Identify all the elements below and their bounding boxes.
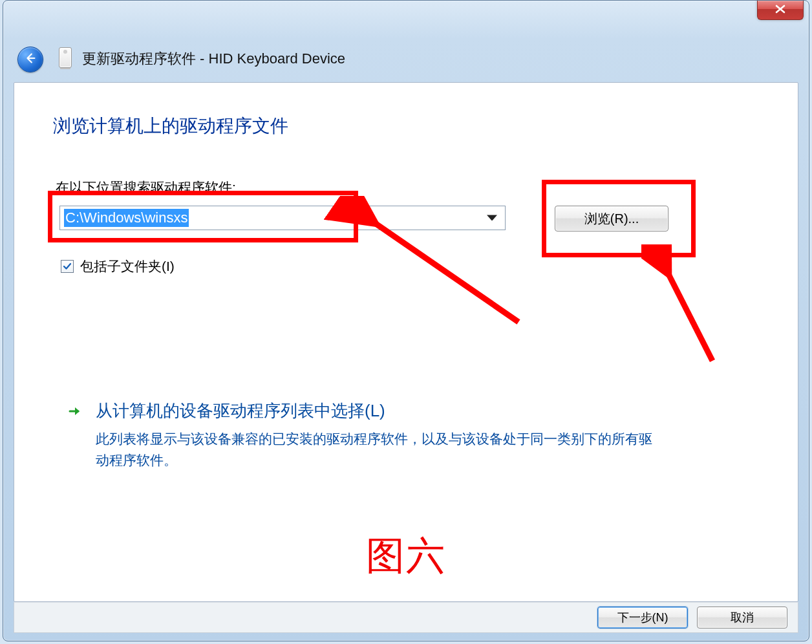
close-icon bbox=[775, 5, 786, 16]
window-title: 更新驱动程序软件 - HID Keyboard Device bbox=[82, 49, 345, 69]
chevron-down-icon bbox=[487, 215, 497, 221]
wizard-window: 更新驱动程序软件 - HID Keyboard Device 浏览计算机上的驱动… bbox=[3, 0, 809, 641]
command-link-title: 从计算机的设备驱动程序列表中选择(L) bbox=[96, 400, 720, 422]
annotation-arrow-right bbox=[641, 244, 745, 374]
checkbox-box bbox=[61, 260, 74, 273]
main-instruction: 浏览计算机上的驱动程序文件 bbox=[53, 114, 288, 138]
driver-path-value: C:\Windows\winsxs bbox=[64, 209, 189, 227]
driver-path-combobox[interactable]: C:\Windows\winsxs bbox=[59, 206, 506, 230]
arrow-left-icon bbox=[23, 51, 37, 68]
svg-line-1 bbox=[667, 272, 712, 361]
checkmark-icon bbox=[63, 259, 72, 274]
pick-from-list-command-link[interactable]: 从计算机的设备驱动程序列表中选择(L) 此列表将显示与该设备兼容的已安装的驱动程… bbox=[67, 400, 720, 471]
include-subfolders-label: 包括子文件夹(I) bbox=[80, 257, 175, 275]
browse-button[interactable]: 浏览(R)... bbox=[555, 206, 668, 231]
arrow-right-icon bbox=[67, 403, 83, 419]
wizard-button-bar: 下一步(N) 取消 bbox=[14, 602, 798, 633]
back-button[interactable] bbox=[17, 47, 43, 72]
next-button[interactable]: 下一步(N) bbox=[597, 606, 688, 628]
search-location-label: 在以下位置搜索驱动程序软件: bbox=[56, 178, 236, 197]
svg-line-0 bbox=[373, 222, 518, 322]
include-subfolders-checkbox[interactable]: 包括子文件夹(I) bbox=[61, 257, 175, 275]
cancel-button[interactable]: 取消 bbox=[697, 606, 787, 628]
figure-caption: 图六 bbox=[366, 530, 446, 583]
close-button[interactable] bbox=[757, 1, 804, 20]
command-link-description: 此列表将显示与该设备兼容的已安装的驱动程序软件，以及与该设备处于同一类别下的所有… bbox=[96, 429, 665, 471]
content-panel: 浏览计算机上的驱动程序文件 在以下位置搜索驱动程序软件: C:\Windows\… bbox=[14, 82, 798, 602]
device-icon bbox=[59, 47, 72, 68]
